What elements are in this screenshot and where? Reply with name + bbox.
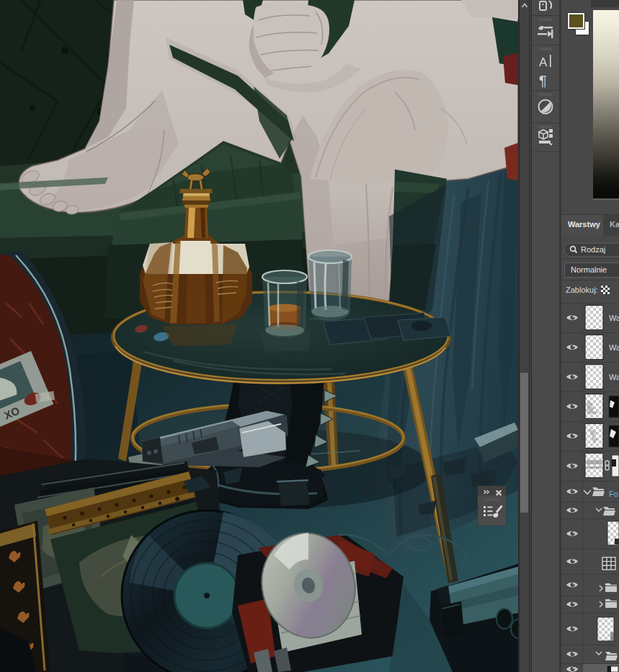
svg-text:Wars: Wars — [609, 343, 619, 352]
svg-text:Fo: Fo — [609, 490, 618, 498]
svg-text:A: A — [539, 56, 548, 69]
svg-text:Wars: Wars — [609, 314, 619, 322]
svg-text:Wars: Wars — [609, 373, 619, 381]
svg-text:¶: ¶ — [539, 73, 547, 89]
